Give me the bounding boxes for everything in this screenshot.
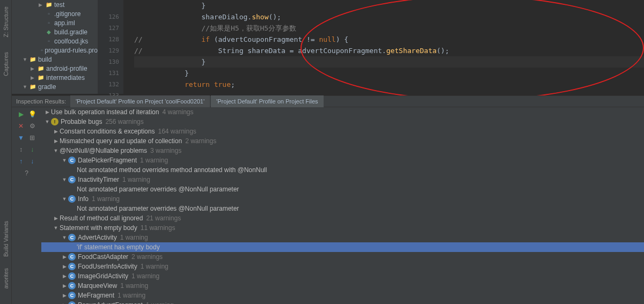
tree-item[interactable]: ◆build.gradle	[12, 27, 98, 36]
line-number[interactable]: 128	[98, 34, 119, 45]
inspection-item[interactable]: 'if' statement has empty body	[41, 242, 644, 252]
inspection-item[interactable]: Not annotated method overrides method an…	[41, 165, 644, 175]
tree-arrow-icon[interactable]: ▼	[61, 235, 68, 240]
tree-item[interactable]: ▶📁test	[12, 0, 98, 9]
inspection-item[interactable]: ▼Statement with empty body11 warnings	[41, 223, 644, 233]
settings-icon[interactable]: ⚙	[27, 121, 37, 131]
tree-item[interactable]: ▶📁android-profile	[12, 64, 98, 73]
tree-arrow-icon[interactable]: ▼	[61, 196, 68, 202]
tree-arrow-icon[interactable]: ▶	[61, 283, 68, 288]
inspection-item[interactable]: ▼CInfo1 warning	[41, 194, 644, 204]
build-variants-tab[interactable]: Build Variants	[3, 221, 9, 257]
project-tree[interactable]: ▶📁test▫.gitignore▫app.iml◆build.gradle▫c…	[12, 0, 98, 94]
code-line[interactable]: }	[134, 68, 644, 79]
tree-item-label: proguard-rules.pro	[45, 47, 98, 54]
inspection-item[interactable]: ▶Result of method call ignored21 warning…	[41, 213, 644, 223]
inspection-item-label: MarqueeView	[78, 282, 117, 290]
tree-arrow-icon[interactable]: ▶	[39, 2, 45, 8]
code-line[interactable]: // String shareData = advertCouponFragme…	[134, 45, 644, 56]
line-number[interactable]: 131	[98, 68, 119, 79]
export-icon[interactable]: ↓	[27, 145, 37, 154]
tree-item[interactable]: ▫proguard-rules.pro	[12, 46, 98, 55]
tree-arrow-icon[interactable]: ▶	[31, 66, 37, 71]
tree-item-label: test	[54, 1, 64, 9]
next-icon[interactable]: ↓	[27, 157, 37, 166]
inspection-item[interactable]: ▶CPopupAdvertFragment1 warning	[41, 300, 644, 304]
prev-icon[interactable]: ↑	[16, 157, 26, 166]
inspection-item[interactable]: ▼CDatePickerFragment1 warning	[41, 155, 644, 165]
line-number[interactable]: 132	[98, 79, 119, 90]
tree-arrow-icon[interactable]: ▼	[52, 225, 60, 231]
inspection-tabs-bar: Inspection Results: 'Project Default' Pr…	[12, 95, 644, 107]
code-editor[interactable]: } shareDialog.show(); //如果是H5，获取H5分享参数//…	[123, 0, 644, 94]
inspection-item[interactable]: ▶Constant conditions & exceptions164 war…	[41, 127, 644, 136]
inspection-tab[interactable]: 'Project Default' Profile on Project 'co…	[70, 95, 210, 107]
code-line[interactable]: }	[134, 0, 644, 11]
tree-arrow-icon[interactable]: ▶	[43, 109, 51, 115]
inspection-item[interactable]: ▶CMarqueeView1 warning	[41, 281, 644, 291]
class-icon: C	[68, 263, 76, 270]
tree-arrow-icon[interactable]: ▼	[61, 158, 68, 163]
tree-arrow-icon[interactable]: ▶	[52, 138, 60, 144]
inspection-item[interactable]: ▶CFoodUserInfoActivity1 warning	[41, 262, 644, 271]
inspection-item[interactable]: ▶Use bulk operation instead of iteration…	[41, 107, 644, 117]
structure-tab[interactable]: Z: Structure	[3, 6, 9, 37]
tree-arrow-icon[interactable]: ▼	[61, 177, 68, 182]
tree-arrow-icon[interactable]: ▼	[52, 148, 60, 153]
inspection-item[interactable]: ▶CImageGridActivity1 warning	[41, 271, 644, 281]
help-icon[interactable]: ?	[22, 168, 32, 178]
inspection-tab[interactable]: 'Project Default' Profile on Project Fil…	[211, 95, 323, 107]
class-icon: C	[68, 157, 76, 164]
line-number[interactable]	[98, 0, 119, 11]
inspection-item-label: Result of method call ignored	[60, 214, 143, 222]
inspection-item[interactable]: ▶CMeFragment1 warning	[41, 291, 644, 300]
tree-item[interactable]: ▫coolfood.jks	[12, 36, 98, 46]
inspection-item[interactable]: ▼!Probable bugs256 warnings	[41, 117, 644, 127]
inspection-item[interactable]: Not annotated parameter overrides @NonNu…	[41, 184, 644, 194]
tree-item[interactable]: ▶📁intermediates	[12, 73, 98, 82]
tree-arrow-icon[interactable]: ▼	[23, 57, 29, 62]
inspection-item[interactable]: ▶CFoodCastAdapter2 warnings	[41, 252, 644, 262]
tree-arrow-icon[interactable]: ▶	[61, 264, 68, 269]
tree-arrow-icon[interactable]: ▼	[43, 119, 51, 124]
favorites-tab[interactable]: avorites	[3, 268, 9, 289]
rerun-icon[interactable]: ▶	[16, 109, 26, 119]
inspection-item[interactable]: Not annotated parameter overrides @NonNu…	[41, 204, 644, 213]
expand-icon[interactable]: ↕	[16, 145, 26, 154]
line-number[interactable]: 126	[98, 11, 119, 23]
inspection-item[interactable]: ▼@NotNull/@Nullable problems3 warnings	[41, 146, 644, 155]
tree-arrow-icon[interactable]: ▶	[61, 254, 68, 259]
inspection-tree[interactable]: ▶Use bulk operation instead of iteration…	[41, 107, 644, 304]
tree-arrow-icon[interactable]: ▶	[61, 273, 68, 279]
code-line[interactable]: // if (advertCouponFragment != null) {	[134, 34, 644, 45]
line-number[interactable]: 130	[98, 56, 119, 68]
warning-count: 1 warning	[122, 176, 150, 183]
code-line[interactable]: }	[134, 56, 644, 68]
code-line[interactable]: shareDialog.show();	[134, 11, 644, 23]
tree-arrow-icon[interactable]: ▼	[23, 84, 29, 90]
tree-item[interactable]: ▫app.iml	[12, 18, 98, 27]
inspection-item[interactable]: ▶Mismatched query and update of collecti…	[41, 136, 644, 146]
tree-arrow-icon[interactable]: ▶	[31, 75, 37, 80]
tree-item[interactable]: ▫.gitignore	[12, 9, 98, 18]
tree-item[interactable]: ▼📁build	[12, 55, 98, 64]
line-number[interactable]: 129	[98, 45, 119, 56]
warning-count: 1 warning	[146, 301, 174, 304]
tree-arrow-icon[interactable]: ▶	[61, 293, 68, 298]
tree-arrow-icon[interactable]: ▶	[52, 216, 60, 221]
code-line[interactable]: return true;	[134, 79, 644, 90]
gradle-icon: ◆	[45, 28, 53, 36]
captures-tab[interactable]: Captures	[3, 52, 9, 76]
bulb-icon[interactable]: 💡	[27, 109, 37, 119]
inspection-item[interactable]: ▼CAdvertActivity1 warning	[41, 233, 644, 242]
code-line[interactable]: //如果是H5，获取H5分享参数	[134, 23, 644, 34]
tree-item[interactable]: ▼📁gradle	[12, 82, 98, 91]
close-icon[interactable]: ✕	[16, 121, 26, 131]
warning-count: 2 warnings	[131, 253, 163, 261]
tree-arrow-icon[interactable]: ▶	[52, 129, 60, 134]
filter-icon[interactable]: ▼	[16, 133, 26, 143]
inspection-item-label: FoodUserInfoActivity	[78, 263, 137, 270]
group-icon[interactable]: ⊞	[27, 133, 37, 143]
inspection-item[interactable]: ▼CInactivityTimer1 warning	[41, 175, 644, 184]
line-number[interactable]: 127	[98, 23, 119, 34]
